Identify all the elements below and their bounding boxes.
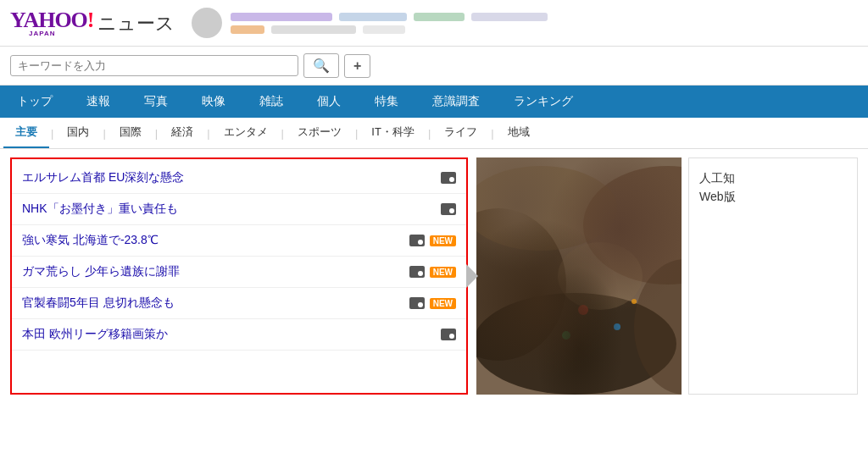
header-bar-2 <box>339 13 407 21</box>
svg-point-4 <box>634 259 682 395</box>
search-button[interactable]: 🔍 <box>303 53 339 78</box>
svg-point-2 <box>583 166 682 285</box>
nav-item-video[interactable]: 映像 <box>185 86 242 118</box>
nav-item-photo[interactable]: 写真 <box>127 86 185 118</box>
top-nav: トップ 速報 写真 映像 雑誌 個人 特集 意識調査 ランキング <box>0 86 868 118</box>
nav-item-magazine[interactable]: 雑誌 <box>242 86 300 118</box>
sep-2: | <box>101 120 107 146</box>
sub-nav-entertainment[interactable]: エンタメ <box>212 118 280 148</box>
sub-nav-life[interactable]: ライフ <box>432 118 489 148</box>
add-button[interactable]: + <box>344 54 370 78</box>
header-bar-5 <box>231 25 264 34</box>
nav-item-personal[interactable]: 個人 <box>300 86 358 118</box>
header-bar-1 <box>231 13 332 21</box>
sep-5: | <box>280 120 286 146</box>
new-badge-3: NEW <box>430 267 456 278</box>
logo-area: YAHOO! JAPAN ニュース <box>10 9 175 37</box>
news-item-3[interactable]: ガマ荒らし 少年ら遺族に謝罪 NEW <box>12 257 466 288</box>
header-bar-3 <box>414 13 465 21</box>
nav-item-sokuho[interactable]: 速報 <box>70 86 127 118</box>
search-icon: 🔍 <box>313 58 330 73</box>
sub-nav-economy[interactable]: 経済 <box>159 118 205 148</box>
news-label: ニュース <box>97 11 175 36</box>
sub-nav-domestic[interactable]: 国内 <box>55 118 101 148</box>
sep-6: | <box>353 120 359 146</box>
header-bar-7 <box>363 25 405 34</box>
cave-image-svg <box>476 157 682 395</box>
news-link-5[interactable]: 本田 欧州リーグ移籍画策か <box>22 327 436 342</box>
sep-7: | <box>426 120 432 146</box>
image-panel[interactable] <box>476 157 682 395</box>
search-bar: 🔍 + <box>0 47 868 86</box>
svg-point-5 <box>476 166 617 251</box>
header-bar-4 <box>471 13 548 21</box>
header-bars <box>231 13 858 34</box>
camera-icon-1 <box>441 203 456 215</box>
right-panel-line2: Web版 <box>699 187 736 206</box>
svg-point-10 <box>632 299 637 304</box>
header-right <box>192 8 858 38</box>
svg-point-6 <box>558 242 643 310</box>
nav-item-special[interactable]: 特集 <box>358 86 415 118</box>
news-link-2[interactable]: 強い寒気 北海道で-23.8℃ <box>22 233 404 248</box>
sep-8: | <box>489 120 495 146</box>
svg-rect-0 <box>476 157 682 395</box>
sub-nav-it[interactable]: IT・科学 <box>359 118 426 148</box>
svg-point-9 <box>562 331 570 340</box>
camera-icon-2 <box>409 235 425 246</box>
news-link-0[interactable]: エルサレム首都 EU深刻な懸念 <box>22 170 436 185</box>
search-input-wrap[interactable] <box>10 55 298 76</box>
svg-point-7 <box>578 305 588 315</box>
header: YAHOO! JAPAN ニュース <box>0 0 868 47</box>
sub-nav-main[interactable]: 主要 <box>3 118 49 148</box>
sub-nav-sports[interactable]: スポーツ <box>286 118 353 148</box>
news-item-1[interactable]: NHK「お墨付き」重い責任も <box>12 194 466 225</box>
camera-icon-5 <box>441 329 456 340</box>
camera-icon-4 <box>409 297 425 309</box>
news-item-4[interactable]: 官製春闘5年目 息切れ懸念も NEW <box>12 288 466 319</box>
yahoo-logo[interactable]: YAHOO! JAPAN <box>10 9 94 37</box>
news-item-0[interactable]: エルサレム首都 EU深刻な懸念 <box>12 163 466 194</box>
sub-nav-region[interactable]: 地域 <box>496 118 542 148</box>
sep-4: | <box>205 120 211 146</box>
news-item-2[interactable]: 強い寒気 北海道で-23.8℃ NEW <box>12 225 466 257</box>
chevron-right-indicator <box>466 264 478 288</box>
search-input[interactable] <box>18 59 291 72</box>
camera-icon-3 <box>409 266 425 278</box>
nav-item-top[interactable]: トップ <box>0 86 70 118</box>
new-badge-2: NEW <box>430 235 456 246</box>
right-panel: 人工知 Web版 <box>688 157 858 395</box>
news-list-panel: エルサレム首都 EU深刻な懸念 NHK「お墨付き」重い責任も 強い寒気 北海道で… <box>10 157 468 395</box>
news-item-5[interactable]: 本田 欧州リーグ移籍画策か <box>12 319 466 351</box>
sep-1: | <box>49 120 55 146</box>
sub-nav-international[interactable]: 国際 <box>108 118 153 148</box>
news-link-1[interactable]: NHK「お墨付き」重い責任も <box>22 202 436 217</box>
right-panel-box: 人工知 Web版 <box>688 157 858 395</box>
right-panel-line1: 人工知 <box>699 168 735 187</box>
camera-icon-0 <box>441 172 456 184</box>
news-link-3[interactable]: ガマ荒らし 少年ら遺族に謝罪 <box>22 264 404 279</box>
news-image <box>476 157 682 395</box>
nav-item-survey[interactable]: 意識調査 <box>415 86 497 118</box>
avatar <box>192 8 222 38</box>
news-link-4[interactable]: 官製春闘5年目 息切れ懸念も <box>22 296 404 311</box>
main-content: エルサレム首都 EU深刻な懸念 NHK「お墨付き」重い責任も 強い寒気 北海道で… <box>0 149 868 403</box>
sep-3: | <box>153 120 159 146</box>
new-badge-4: NEW <box>430 298 456 309</box>
svg-point-1 <box>476 208 566 361</box>
svg-point-3 <box>476 293 676 395</box>
header-bar-6 <box>271 25 356 34</box>
sub-nav: 主要 | 国内 | 国際 | 経済 | エンタメ | スポーツ | IT・科学 … <box>0 118 868 149</box>
plus-icon: + <box>353 58 361 73</box>
svg-point-8 <box>614 323 620 330</box>
nav-item-ranking[interactable]: ランキング <box>497 86 590 118</box>
japan-label: JAPAN <box>29 30 56 37</box>
